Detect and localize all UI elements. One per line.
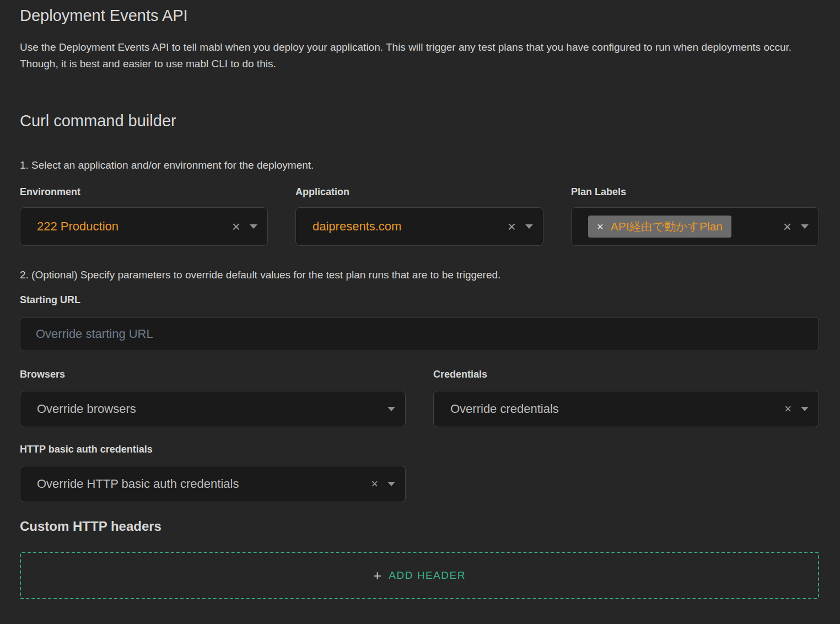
plan-labels-field: Plan Labels × API経由で動かすPlan × <box>571 186 819 246</box>
page-title: Deployment Events API <box>20 7 819 25</box>
browsers-placeholder: Override browsers <box>37 402 387 416</box>
page-description: Use the Deployment Events API to tell ma… <box>20 39 819 72</box>
selectors-row: Environment 222 Production × Application… <box>20 186 819 246</box>
browsers-field: Browsers Override browsers <box>20 369 406 427</box>
credentials-select[interactable]: Override credentials × <box>433 391 819 427</box>
credentials-label: Credentials <box>433 369 819 380</box>
clear-icon[interactable]: × <box>371 478 378 490</box>
plus-icon: + <box>373 568 381 583</box>
application-select[interactable]: daipresents.com × <box>295 207 543 246</box>
http-basic-auth-indicators: × <box>371 478 395 490</box>
environment-field: Environment 222 Production × <box>20 186 268 246</box>
starting-url-field: Starting URL <box>20 294 819 351</box>
environment-label: Environment <box>20 186 268 198</box>
plan-labels-chip-area: × API経由で動かすPlan <box>580 216 783 238</box>
add-header-label: ADD HEADER <box>389 569 466 582</box>
application-field: Application daipresents.com × <box>295 186 543 246</box>
browsers-indicators <box>387 407 395 411</box>
credentials-placeholder: Override credentials <box>450 402 784 416</box>
credentials-indicators: × <box>784 403 809 415</box>
clear-icon[interactable]: × <box>783 219 791 234</box>
environment-select[interactable]: 222 Production × <box>20 207 268 246</box>
add-header-dropzone: + ADD HEADER <box>20 552 819 599</box>
chevron-down-icon[interactable] <box>387 407 395 411</box>
chevron-down-icon[interactable] <box>387 482 395 486</box>
step1-text: 1. Select an application and/or environm… <box>20 159 819 171</box>
chevron-down-icon[interactable] <box>525 224 533 229</box>
environment-value: 222 Production <box>37 219 232 234</box>
step2-text: 2. (Optional) Specify parameters to over… <box>20 269 819 281</box>
clear-icon[interactable]: × <box>784 403 791 415</box>
http-basic-auth-placeholder: Override HTTP basic auth credentials <box>37 477 371 491</box>
clear-icon[interactable]: × <box>508 219 516 234</box>
application-value: daipresents.com <box>313 219 508 234</box>
http-basic-auth-label: HTTP basic auth credentials <box>20 444 406 455</box>
chevron-down-icon[interactable] <box>250 224 257 229</box>
application-indicators: × <box>508 219 533 234</box>
browsers-select[interactable]: Override browsers <box>20 391 406 427</box>
add-header-button[interactable]: + ADD HEADER <box>365 564 473 587</box>
http-basic-auth-field: HTTP basic auth credentials Override HTT… <box>20 444 406 502</box>
environment-indicators: × <box>232 219 257 234</box>
chip-remove-icon[interactable]: × <box>597 221 604 232</box>
starting-url-input[interactable] <box>20 317 819 351</box>
credentials-field: Credentials Override credentials × <box>433 369 819 427</box>
chevron-down-icon[interactable] <box>801 407 809 411</box>
clear-icon[interactable]: × <box>232 219 240 234</box>
starting-url-label: Starting URL <box>20 294 819 306</box>
plan-labels-indicators: × <box>783 219 809 234</box>
browsers-credentials-row: Browsers Override browsers Credentials O… <box>20 369 819 427</box>
chevron-down-icon[interactable] <box>801 224 809 229</box>
plan-labels-label: Plan Labels <box>571 186 819 198</box>
browsers-label: Browsers <box>20 369 406 380</box>
http-basic-auth-select[interactable]: Override HTTP basic auth credentials × <box>20 466 406 502</box>
plan-labels-select[interactable]: × API経由で動かすPlan × <box>571 207 819 246</box>
deployment-events-page: Deployment Events API Use the Deployment… <box>0 0 840 624</box>
application-label: Application <box>295 186 543 198</box>
chip-label: API経由で動かすPlan <box>611 219 723 234</box>
custom-http-headers-title: Custom HTTP headers <box>20 519 819 534</box>
curl-builder-title: Curl command builder <box>20 112 819 130</box>
plan-label-chip[interactable]: × API経由で動かすPlan <box>588 216 731 238</box>
